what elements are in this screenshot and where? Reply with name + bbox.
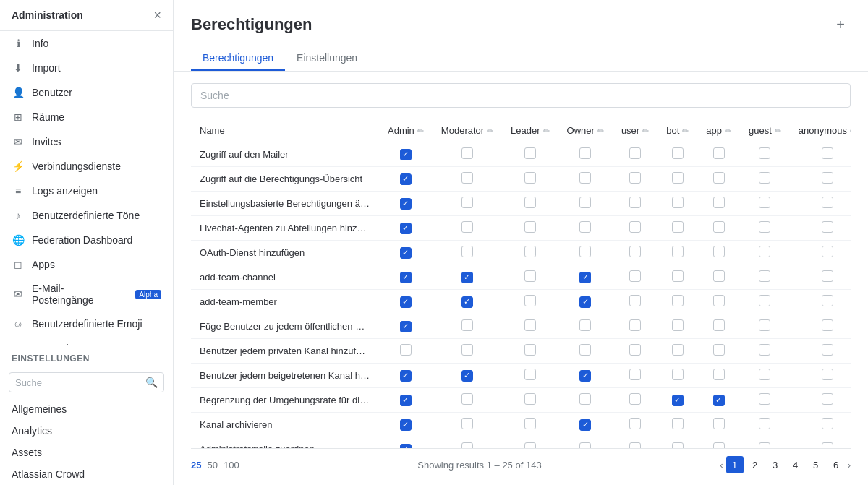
checkbox-owner-7[interactable] [579,319,591,331]
checkbox-user-0[interactable] [629,147,641,159]
checkbox-leader-2[interactable] [524,197,536,208]
tab-berechtigungen[interactable]: Berechtigungen [191,46,285,71]
checkbox-bot-2[interactable] [672,197,684,208]
checkbox-leader-0[interactable] [524,147,536,159]
checkbox-app-11[interactable] [713,418,725,429]
checkbox-leader-11[interactable] [524,418,536,429]
checkbox-moderator-11[interactable] [461,418,473,429]
checkbox-anonymous-8[interactable] [822,344,833,356]
checkbox-guest-2[interactable] [759,197,770,208]
checkbox-anonymous-9[interactable] [822,369,833,380]
edit-col-leader-icon[interactable]: ✏ [543,126,550,135]
checkbox-bot-0[interactable] [672,147,684,159]
checkbox-user-9[interactable] [629,369,641,380]
checkbox-app-3[interactable] [713,221,725,233]
checkbox-guest-0[interactable] [759,147,770,159]
checkbox-admin-6[interactable] [400,296,412,308]
checkbox-admin-8[interactable] [400,344,412,356]
checkbox-leader-6[interactable] [524,295,536,306]
prev-page-button[interactable]: ‹ [720,460,723,471]
checkbox-moderator-9[interactable] [461,370,473,382]
edit-col-admin-icon[interactable]: ✏ [417,126,424,135]
checkbox-moderator-1[interactable] [461,172,473,184]
settings-item-atlassian-crowd[interactable]: Atlassian Crowd [0,463,173,485]
sidebar-item-verbindungsdienste[interactable]: ⚡Verbindungsdienste [0,154,173,179]
checkbox-anonymous-4[interactable] [822,246,833,257]
settings-item-allgemeines[interactable]: Allgemeines [0,398,173,420]
checkbox-app-5[interactable] [713,270,725,282]
checkbox-bot-12[interactable] [672,442,684,448]
checkbox-moderator-0[interactable] [461,147,473,159]
checkbox-guest-10[interactable] [759,393,770,405]
add-button[interactable]: + [830,14,851,35]
checkbox-moderator-2[interactable] [461,197,473,208]
checkbox-owner-11[interactable] [579,419,591,431]
checkbox-app-8[interactable] [713,344,725,356]
checkbox-leader-4[interactable] [524,246,536,257]
checkbox-user-5[interactable] [629,270,641,282]
checkbox-app-1[interactable] [713,172,725,184]
checkbox-guest-5[interactable] [759,270,770,282]
checkbox-guest-8[interactable] [759,344,770,356]
checkbox-app-7[interactable] [713,319,725,331]
sidebar-item-info[interactable]: ℹInfo [0,31,173,56]
checkbox-app-6[interactable] [713,295,725,306]
page-num-5[interactable]: 5 [807,456,825,473]
checkbox-anonymous-11[interactable] [822,418,833,429]
checkbox-admin-10[interactable] [400,395,412,406]
close-button[interactable]: × [153,9,161,22]
checkbox-owner-0[interactable] [579,147,591,159]
checkbox-user-1[interactable] [629,172,641,184]
checkbox-bot-10[interactable] [672,395,684,406]
settings-item-analytics[interactable]: Analytics [0,420,173,442]
tab-einstellungen[interactable]: Einstellungen [285,46,369,71]
checkbox-bot-4[interactable] [672,246,684,257]
checkbox-user-4[interactable] [629,246,641,257]
checkbox-bot-3[interactable] [672,221,684,233]
checkbox-admin-3[interactable] [400,223,412,234]
checkbox-user-8[interactable] [629,344,641,356]
page-num-6[interactable]: 6 [827,456,845,473]
sidebar-item-benutzerdefinierte-emoji[interactable]: ☺Benutzerdefinierte Emoji [0,312,173,336]
checkbox-app-9[interactable] [713,369,725,380]
edit-col-anonymous-icon[interactable]: ✏ [850,126,851,135]
checkbox-user-11[interactable] [629,418,641,429]
checkbox-owner-10[interactable] [579,393,591,405]
checkbox-user-12[interactable] [629,442,641,448]
checkbox-bot-9[interactable] [672,369,684,380]
checkbox-owner-8[interactable] [579,344,591,356]
checkbox-anonymous-3[interactable] [822,221,833,233]
checkbox-app-2[interactable] [713,197,725,208]
checkbox-owner-12[interactable] [579,442,591,448]
checkbox-owner-4[interactable] [579,246,591,257]
checkbox-moderator-7[interactable] [461,319,473,331]
checkbox-guest-12[interactable] [759,442,770,448]
checkbox-user-7[interactable] [629,319,641,331]
checkbox-bot-7[interactable] [672,319,684,331]
sidebar-item-invites[interactable]: ✉Invites [0,129,173,154]
sidebar-item-integrationen[interactable]: <>Integrationen [0,336,173,345]
checkbox-admin-7[interactable] [400,321,412,332]
next-page-button[interactable]: › [848,460,851,471]
checkbox-moderator-4[interactable] [461,246,473,257]
checkbox-admin-9[interactable] [400,370,412,382]
checkbox-user-3[interactable] [629,221,641,233]
checkbox-admin-4[interactable] [400,247,412,259]
sidebar-item-raeume[interactable]: ⊞Räume [0,105,173,129]
checkbox-app-0[interactable] [713,147,725,159]
checkbox-admin-0[interactable] [400,149,412,160]
checkbox-moderator-8[interactable] [461,344,473,356]
sidebar-item-import[interactable]: ⬇Import [0,56,173,80]
page-num-1[interactable]: 1 [726,456,744,473]
settings-search-input[interactable] [15,377,145,388]
checkbox-leader-3[interactable] [524,221,536,233]
checkbox-guest-1[interactable] [759,172,770,184]
edit-col-user-icon[interactable]: ✏ [642,126,649,135]
search-input[interactable] [191,83,851,108]
checkbox-app-4[interactable] [713,246,725,257]
checkbox-anonymous-12[interactable] [822,442,833,448]
page-num-2[interactable]: 2 [746,456,764,473]
sidebar-item-benutzerdefinierte-toene[interactable]: ♪Benutzerdefinierte Töne [0,203,173,228]
checkbox-leader-1[interactable] [524,172,536,184]
page-size-100[interactable]: 100 [224,460,239,471]
